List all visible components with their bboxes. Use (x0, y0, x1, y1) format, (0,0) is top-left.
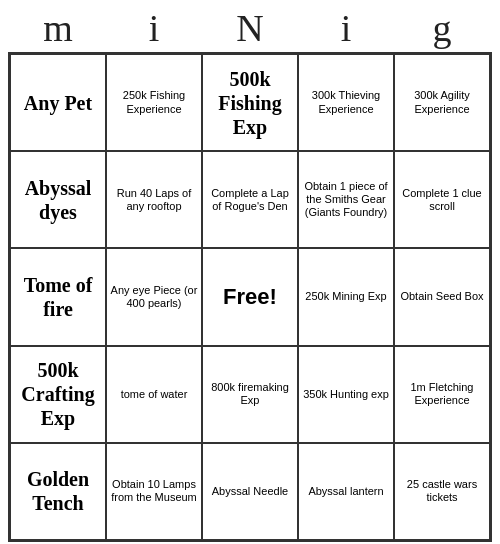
cell-r0-c0: Any Pet (10, 54, 106, 151)
cell-text: 500k Crafting Exp (14, 358, 102, 430)
cell-r2-c2: Free! (202, 248, 298, 345)
cell-text: Any eye Piece (or 400 pearls) (110, 284, 198, 310)
cell-r2-c1: Any eye Piece (or 400 pearls) (106, 248, 202, 345)
cell-text: Tome of fire (14, 273, 102, 321)
header-letter: i (303, 6, 389, 50)
cell-text: Complete a Lap of Rogue's Den (206, 187, 294, 213)
cell-text: Abyssal lantern (308, 485, 383, 498)
cell-text: 800k firemaking Exp (206, 381, 294, 407)
cell-text: Abyssal dyes (14, 176, 102, 224)
cell-r4-c2: Abyssal Needle (202, 443, 298, 540)
cell-text: Golden Tench (14, 467, 102, 515)
cell-text: Obtain 1 piece of the Smiths Gear (Giant… (302, 180, 390, 220)
cell-text: 250k Mining Exp (305, 290, 386, 303)
cell-r3-c0: 500k Crafting Exp (10, 346, 106, 443)
cell-r4-c1: Obtain 10 Lamps from the Museum (106, 443, 202, 540)
header-letter: g (399, 6, 485, 50)
cell-text: 1m Fletching Experience (398, 381, 486, 407)
cell-r0-c1: 250k Fishing Experience (106, 54, 202, 151)
cell-text: Run 40 Laps of any rooftop (110, 187, 198, 213)
bingo-grid: Any Pet250k Fishing Experience500k Fishi… (8, 52, 492, 542)
cell-text: Free! (223, 284, 277, 310)
cell-text: 350k Hunting exp (303, 388, 389, 401)
cell-text: Complete 1 clue scroll (398, 187, 486, 213)
cell-r3-c3: 350k Hunting exp (298, 346, 394, 443)
cell-r1-c2: Complete a Lap of Rogue's Den (202, 151, 298, 248)
header-letter: m (15, 6, 101, 50)
header-letter: i (111, 6, 197, 50)
cell-r0-c4: 300k Agility Experience (394, 54, 490, 151)
cell-r1-c3: Obtain 1 piece of the Smiths Gear (Giant… (298, 151, 394, 248)
cell-r2-c4: Obtain Seed Box (394, 248, 490, 345)
cell-r4-c0: Golden Tench (10, 443, 106, 540)
cell-text: Any Pet (24, 91, 92, 115)
header-letter: N (207, 6, 293, 50)
cell-r3-c4: 1m Fletching Experience (394, 346, 490, 443)
cell-text: 250k Fishing Experience (110, 89, 198, 115)
bingo-header: miNig (10, 0, 490, 52)
cell-r3-c2: 800k firemaking Exp (202, 346, 298, 443)
cell-r1-c0: Abyssal dyes (10, 151, 106, 248)
cell-text: Abyssal Needle (212, 485, 288, 498)
cell-r4-c3: Abyssal lantern (298, 443, 394, 540)
cell-r1-c1: Run 40 Laps of any rooftop (106, 151, 202, 248)
cell-text: 500k Fishing Exp (206, 67, 294, 139)
cell-r0-c2: 500k Fishing Exp (202, 54, 298, 151)
cell-r1-c4: Complete 1 clue scroll (394, 151, 490, 248)
cell-text: Obtain Seed Box (400, 290, 483, 303)
cell-r2-c3: 250k Mining Exp (298, 248, 394, 345)
cell-text: 300k Agility Experience (398, 89, 486, 115)
cell-text: tome of water (121, 388, 188, 401)
cell-r4-c4: 25 castle wars tickets (394, 443, 490, 540)
cell-r2-c0: Tome of fire (10, 248, 106, 345)
cell-r0-c3: 300k Thieving Experience (298, 54, 394, 151)
cell-text: Obtain 10 Lamps from the Museum (110, 478, 198, 504)
cell-text: 300k Thieving Experience (302, 89, 390, 115)
cell-r3-c1: tome of water (106, 346, 202, 443)
cell-text: 25 castle wars tickets (398, 478, 486, 504)
